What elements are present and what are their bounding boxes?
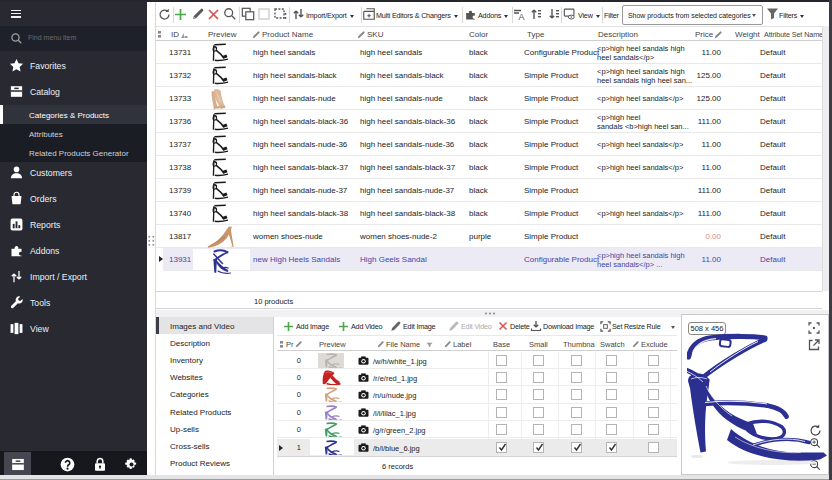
svg-text:A: A bbox=[519, 12, 525, 21]
